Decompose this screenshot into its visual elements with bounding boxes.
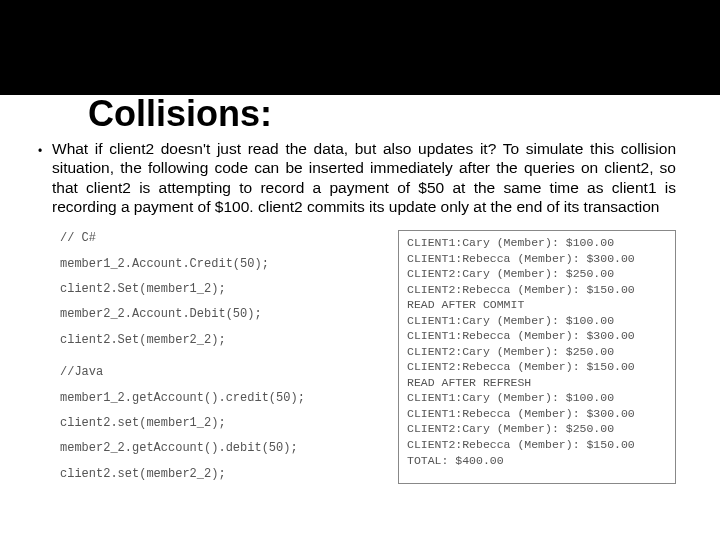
- header-bar: [0, 0, 720, 95]
- code-line: member2_2.Account.Debit(50);: [60, 306, 380, 323]
- code-line: client2.Set(member2_2);: [60, 332, 380, 349]
- code-line: member1_2.getAccount().credit(50);: [60, 390, 380, 407]
- code-comment: //Java: [60, 364, 380, 381]
- code-line: client2.set(member2_2);: [60, 466, 380, 483]
- bullet-row: • What if client2 doesn't just read the …: [28, 139, 692, 217]
- bullet-dot: •: [28, 139, 52, 217]
- code-row: // C# member1_2.Account.Credit(50); clie…: [28, 230, 692, 484]
- code-line: client2.set(member1_2);: [60, 415, 380, 432]
- code-left-block: // C# member1_2.Account.Credit(50); clie…: [60, 230, 380, 484]
- code-line: member1_2.Account.Credit(50);: [60, 256, 380, 273]
- code-comment: // C#: [60, 230, 380, 247]
- bullet-text: What if client2 doesn't just read the da…: [52, 139, 676, 217]
- code-line: client2.Set(member1_2);: [60, 281, 380, 298]
- slide-title: Collisions:: [88, 95, 692, 133]
- slide-content: Collisions: • What if client2 doesn't ju…: [0, 95, 720, 484]
- code-output-block: CLIENT1:Cary (Member): $100.00 CLIENT1:R…: [398, 230, 676, 484]
- code-line: member2_2.getAccount().debit(50);: [60, 440, 380, 457]
